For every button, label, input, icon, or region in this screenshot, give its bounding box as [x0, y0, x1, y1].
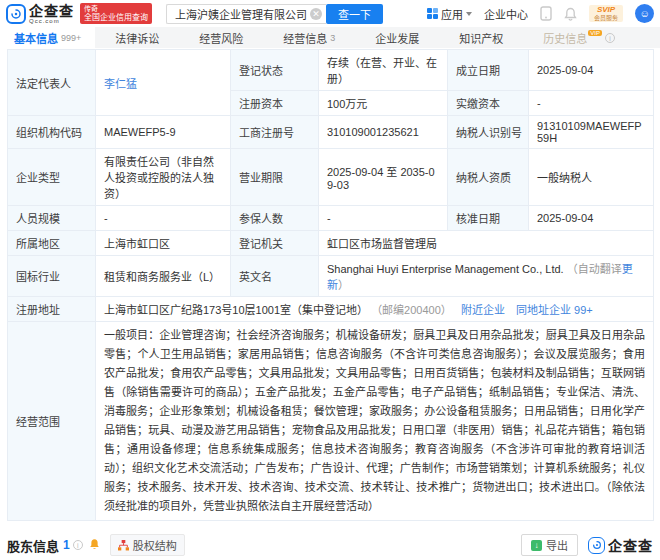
company-type-label: 企业类型: [8, 149, 96, 206]
tab-business-info[interactable]: 经营信息 3: [263, 27, 355, 48]
tab-legal-litigation[interactable]: 法律诉讼: [95, 27, 179, 48]
region-value: 上海市虹口区: [96, 231, 231, 256]
avatar[interactable]: ☺: [635, 4, 654, 23]
export-icon: ↓: [531, 540, 542, 551]
legal-rep-label: 法定代表人: [8, 50, 96, 116]
reg-authority-label: 登记机关: [231, 231, 319, 256]
approval-date-value: 2025-09-04: [529, 206, 654, 231]
qcc-logo-icon: [6, 4, 26, 24]
qcc-logo[interactable]: 企查查 Qcc.com: [6, 4, 74, 24]
reg-address-value: 上海市虹口区广纪路173号10层1001室（集中登记地） （邮编200400） …: [96, 297, 654, 322]
table-row: 企业类型 有限责任公司（非自然人投资或控股的法人独资） 营业期限 2025-09…: [8, 149, 654, 206]
company-type-value: 有限责任公司（非自然人投资或控股的法人独资）: [96, 149, 231, 206]
staff-size-value: -: [96, 206, 231, 231]
org-code-value: MAEWEFP5-9: [96, 116, 231, 149]
table-row: 国标行业 租赁和商务服务业（L） 英文名 Shanghai Huyi Enter…: [8, 256, 654, 297]
table-row: 人员规模 - 参保人数 - 核准日期 2025-09-04: [8, 206, 654, 231]
search-input[interactable]: [166, 4, 326, 24]
industry-label: 国标行业: [8, 256, 96, 297]
search-area: ✕ 查一下: [166, 4, 383, 24]
reg-authority-value: 虹口区市场监督管理局: [319, 231, 654, 256]
paid-capital-label: 实缴资本: [448, 91, 529, 116]
paid-capital-value: -: [529, 91, 654, 116]
biz-reg-no-label: 工商注册号: [231, 116, 319, 149]
mobile-icon[interactable]: [540, 6, 552, 21]
tab-history-info[interactable]: 历史信息 VIP i: [523, 27, 635, 48]
apps-menu[interactable]: 应用: [427, 6, 472, 22]
biz-scope-value: 一般项目：企业管理咨询；社会经济咨询服务；机械设备研发；厨具卫具及日用杂品批发；…: [96, 322, 654, 521]
legal-rep-value: 李仁猛: [96, 50, 231, 116]
apps-grid-icon: [427, 8, 438, 19]
staff-size-label: 人员规模: [8, 206, 96, 231]
insured-count-label: 参保人数: [231, 206, 319, 231]
company-info-table: 法定代表人 李仁猛 登记状态 存续（在营、开业、在册） 成立日期 2025-09…: [7, 49, 654, 521]
table-row: 组织机构代码 MAEWEFP5-9 工商注册号 310109001235621 …: [8, 116, 654, 149]
vip-badge: VIP: [588, 30, 602, 36]
tab-intellectual-property[interactable]: 知识产权: [439, 27, 523, 48]
legal-rep-link[interactable]: 李仁猛: [104, 78, 137, 90]
tab-basic-count: 999+: [61, 33, 81, 43]
monitor-bell-icon[interactable]: [89, 536, 100, 554]
taxpayer-qual-label: 纳税人资质: [448, 149, 529, 206]
tab-basic-info[interactable]: 基本信息 999+: [0, 27, 95, 48]
table-row: 法定代表人 李仁猛 登记状态 存续（在营、开业、在册） 成立日期 2025-09…: [8, 50, 654, 91]
reg-status-label: 登记状态: [231, 50, 319, 91]
tab-bar: 基本信息 999+ 法律诉讼 经营风险 经营信息 3 企业发展 知识产权 历史信…: [0, 27, 660, 48]
table-row: 注册地址 上海市虹口区广纪路173号10层1001室（集中登记地） （邮编200…: [8, 297, 654, 322]
biz-scope-label: 经营范围: [8, 322, 96, 521]
est-date-label: 成立日期: [448, 50, 529, 91]
reg-capital-label: 注册资本: [231, 91, 319, 116]
export-button[interactable]: ↓ 导出: [521, 534, 578, 556]
org-code-label: 组织机构代码: [8, 116, 96, 149]
same-address-link[interactable]: 同地址企业 99+: [516, 304, 593, 316]
industry-value: 租赁和商务服务业（L）: [96, 256, 231, 297]
taxpayer-qual-value: 一般纳税人: [529, 149, 654, 206]
chevron-down-icon: [466, 12, 472, 19]
logo-title: 企查查: [29, 4, 74, 18]
reg-status-value: 存续（在营、开业、在册）: [319, 50, 448, 91]
reg-capital-value: 100万元: [319, 91, 448, 116]
shareholders-count: 1: [63, 538, 70, 552]
biz-reg-no-value: 310109001235621: [319, 116, 448, 149]
biz-term-value: 2025-09-04 至 2035-09-03: [319, 149, 448, 206]
credit-search-badge: 传奇 全国企业信用查询: [80, 3, 152, 24]
taxpayer-id-value: 91310109MAEWEFP59H: [529, 116, 654, 149]
table-row: 所属地区 上海市虹口区 登记机关 虹口区市场监督管理局: [8, 231, 654, 256]
org-chart-icon: [118, 540, 129, 551]
enterprise-center-link[interactable]: 企业中心: [484, 6, 528, 22]
info-icon[interactable]: i: [605, 33, 615, 43]
approval-date-label: 核准日期: [448, 206, 529, 231]
info-icon[interactable]: i: [73, 540, 83, 550]
svip-badge[interactable]: SVIP 会员服务: [589, 5, 623, 22]
est-date-value: 2025-09-04: [529, 50, 654, 91]
bell-icon[interactable]: [564, 7, 577, 21]
region-label: 所属地区: [8, 231, 96, 256]
nearby-companies-link[interactable]: 附近企业: [461, 304, 505, 316]
english-name-label: 英文名: [231, 256, 319, 297]
tab-company-development[interactable]: 企业发展: [355, 27, 439, 48]
taxpayer-id-label: 纳税人识别号: [448, 116, 529, 149]
shareholders-header: 股东信息 1 i 股权结构 ↓ 导出 企查查: [7, 534, 653, 556]
tab-business-count: 3: [330, 33, 335, 43]
qcc-watermark: 企查查: [588, 535, 653, 555]
qcc-watermark-icon: [588, 537, 605, 554]
shareholders-title: 股东信息: [7, 536, 59, 555]
equity-structure-button[interactable]: 股权结构: [110, 534, 185, 556]
tab-operational-risk[interactable]: 经营风险: [179, 27, 263, 48]
clear-icon[interactable]: ✕: [310, 8, 322, 20]
insured-count-value: -: [319, 206, 448, 231]
top-header: 企查查 Qcc.com 传奇 全国企业信用查询 ✕ 查一下 应用 企业中心 SV…: [0, 0, 660, 27]
table-row: 经营范围 一般项目：企业管理咨询；社会经济咨询服务；机械设备研发；厨具卫具及日用…: [8, 322, 654, 521]
search-button[interactable]: 查一下: [326, 4, 383, 24]
reg-address-label: 注册地址: [8, 297, 96, 322]
biz-term-label: 营业期限: [231, 149, 319, 206]
english-name-value: Shanghai Huyi Enterprise Management Co.,…: [319, 256, 654, 297]
